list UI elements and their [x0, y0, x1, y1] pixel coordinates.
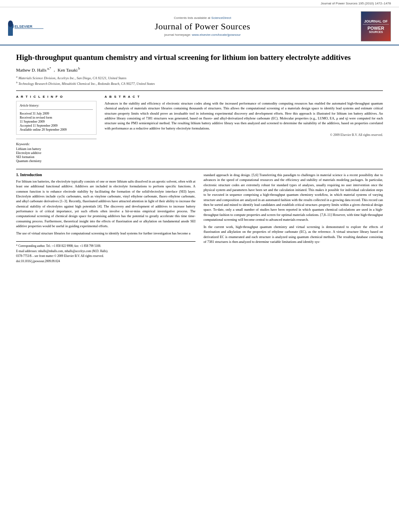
received-revised-label: Received in revised form	[20, 116, 93, 119]
svg-point-2	[8, 21, 13, 27]
sciencedirect-line: Contents lists available at ScienceDirec…	[44, 16, 361, 20]
footnote-copyright: 0378-7753/$ – see front matter © 2009 El…	[16, 254, 195, 259]
homepage-url[interactable]: www.elsevier.com/locate/jpowsour	[192, 33, 241, 37]
abstract-label: A B S T R A C T	[105, 95, 383, 99]
article-history-box: Article history: Received 31 July 2009 R…	[16, 101, 97, 135]
abstract-text: Advances in the stability and efficiency…	[105, 101, 383, 131]
received-date: Received 31 July 2009	[20, 112, 93, 115]
header-center: Contents lists available at ScienceDirec…	[44, 16, 361, 37]
svg-text:ELSEVIER: ELSEVIER	[14, 25, 33, 29]
journal-logo-box: JOURNAL OF POWER SOURCES	[361, 11, 391, 41]
footnote-corresponding: * Corresponding author. Tel.: +1 858 822…	[16, 244, 195, 249]
keyword-3: SEI formation	[16, 155, 97, 159]
author-1-affil: a,*	[46, 67, 51, 70]
body-section: 1. Introduction For lithium ion batterie…	[16, 173, 383, 264]
paper-title: High-throughput quantum chemistry and vi…	[16, 53, 383, 63]
keyword-2: Electrolyte additive	[16, 151, 97, 155]
footnote-area: * Corresponding author. Tel.: +1 858 822…	[16, 241, 195, 263]
section1-col2-para2: In the current work, high-throughput qua…	[204, 224, 383, 244]
logo-text-line3: SOURCES	[369, 31, 383, 33]
affiliations: a Materials Science Division, Accelrys I…	[16, 75, 383, 86]
logo-text-line2: POWER	[368, 26, 385, 31]
author-2-name: Ken Tasaki	[58, 67, 77, 72]
section1-heading: 1. Introduction	[16, 173, 195, 177]
keyword-1: Lithium ion battery	[16, 147, 97, 151]
author-2-affil: b	[78, 67, 80, 70]
elsevier-logo: ELSEVIER	[8, 16, 44, 37]
title-divider	[16, 90, 383, 91]
sciencedirect-link[interactable]: ScienceDirect	[211, 16, 231, 20]
body-col-right: standard approach in drug design. [5,6] …	[204, 173, 383, 264]
footnote-email: E-mail addresses: mhalls@mhalls.com, mha…	[16, 249, 195, 254]
body-col-left: 1. Introduction For lithium ion batterie…	[16, 173, 195, 264]
abstract-copyright: © 2009 Elsevier B.V. All rights reserved…	[105, 133, 383, 137]
logo-text-line1: JOURNAL OF	[363, 19, 389, 25]
affiliation-b: b Technology Research Division, Mitsubis…	[16, 81, 383, 86]
abstract-col: A B S T R A C T Advances in the stabilit…	[105, 95, 383, 163]
journal-title: Journal of Power Sources	[44, 21, 361, 32]
history-divider	[20, 109, 93, 110]
header-left: ELSEVIER	[8, 16, 44, 37]
article-info-label: A R T I C L E I N F O	[16, 95, 97, 99]
available-online: Available online 20 September 2009	[20, 128, 93, 131]
revised-date: 11 September 2009	[20, 120, 93, 123]
affiliation-a: a Materials Science Division, Accelrys I…	[16, 75, 383, 80]
body-divider	[16, 169, 383, 169]
article-info-col: A R T I C L E I N F O Article history: R…	[16, 95, 97, 163]
article-meta-section: A R T I C L E I N F O Article history: R…	[16, 95, 383, 163]
author-1-name: Mathew D. Halls	[16, 67, 46, 72]
authors-line: Mathew D. Halls a,* , Ken Tasaki b	[16, 67, 383, 72]
journal-citation-bar: Journal of Power Sources 195 (2010) 1472…	[0, 0, 399, 7]
accepted-date: Accepted 11 September 2009	[20, 124, 93, 127]
keyword-4: Quantum chemistry	[16, 159, 97, 163]
keywords-divider	[16, 139, 97, 139]
keywords-label: Keywords:	[16, 142, 97, 146]
footnote-doi: doi:10.1016/j.jpowsour.2009.09.024	[16, 259, 195, 264]
section1-para2: The use of virtual structure libraries f…	[16, 231, 195, 236]
journal-citation-text: Journal of Power Sources 195 (2010) 1472…	[321, 2, 391, 5]
paper-content: High-throughput quantum chemistry and vi…	[0, 45, 399, 272]
section1-para1: For lithium ion batteries, the electroly…	[16, 179, 195, 228]
section1-col2-para1: standard approach in drug design. [5,6] …	[204, 173, 383, 222]
homepage-line: journal homepage: www.elsevier.com/locat…	[44, 33, 361, 37]
keywords-section: Keywords: Lithium ion battery Electrolyt…	[16, 142, 97, 163]
journal-header: ELSEVIER Contents lists available at Sci…	[0, 7, 399, 45]
history-heading: Article history:	[20, 104, 93, 107]
